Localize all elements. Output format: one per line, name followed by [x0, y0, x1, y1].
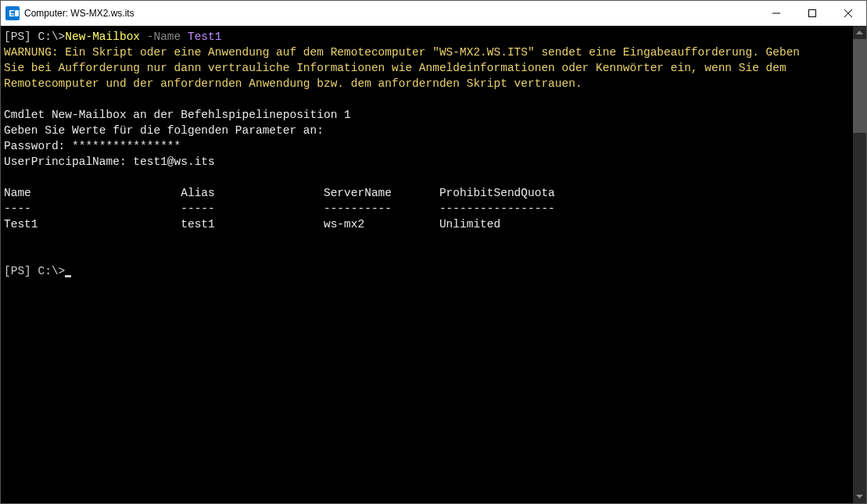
output-line: Geben Sie Werte für die folgenden Parame… [4, 124, 324, 137]
app-window: Computer: WS-MX2.ws.its [PS] C:\>New-Mai… [0, 0, 867, 504]
table-separator: ---- ----- ---------- ----------------- [4, 202, 555, 215]
warning-line: Sie bei Aufforderung nur dann vertraulic… [4, 62, 793, 74]
minimize-button[interactable] [758, 1, 794, 26]
upn-line: UserPrincipalName: test1@ws.its [4, 155, 215, 168]
table-row: Test1 test1 ws-mx2 Unlimited [4, 218, 500, 231]
app-icon [5, 6, 20, 20]
titlebar[interactable]: Computer: WS-MX2.ws.its [1, 1, 866, 26]
command-param: -Name [140, 30, 181, 43]
scroll-thumb[interactable] [853, 39, 866, 133]
warning-line: Remotecomputer und der anfordernden Anwe… [4, 77, 582, 90]
scroll-track[interactable] [853, 39, 866, 490]
command-arg: Test1 [181, 30, 221, 43]
table-header: Name Alias ServerName ProhibitSendQuota [4, 187, 555, 199]
svg-rect-1 [809, 10, 816, 17]
prompt: [PS] C:\> [4, 265, 65, 277]
scroll-up-button[interactable] [853, 26, 866, 39]
terminal-area: [PS] C:\>New-Mailbox -Name Test1 WARNUNG… [1, 26, 866, 503]
cursor [65, 275, 71, 277]
scrollbar[interactable] [853, 26, 866, 503]
window-title: Computer: WS-MX2.ws.its [24, 8, 134, 19]
password-line: Password: **************** [4, 140, 181, 152]
scroll-down-button[interactable] [853, 490, 866, 503]
window-controls [758, 1, 866, 26]
prompt: [PS] C:\> [4, 30, 65, 43]
close-button[interactable] [830, 1, 866, 26]
warning-line: WARNUNG: Ein Skript oder eine Anwendung … [4, 46, 807, 59]
output-line: Cmdlet New-Mailbox an der Befehlspipelin… [4, 109, 351, 121]
command: New-Mailbox [65, 30, 140, 43]
maximize-button[interactable] [794, 1, 830, 26]
terminal[interactable]: [PS] C:\>New-Mailbox -Name Test1 WARNUNG… [1, 26, 853, 503]
